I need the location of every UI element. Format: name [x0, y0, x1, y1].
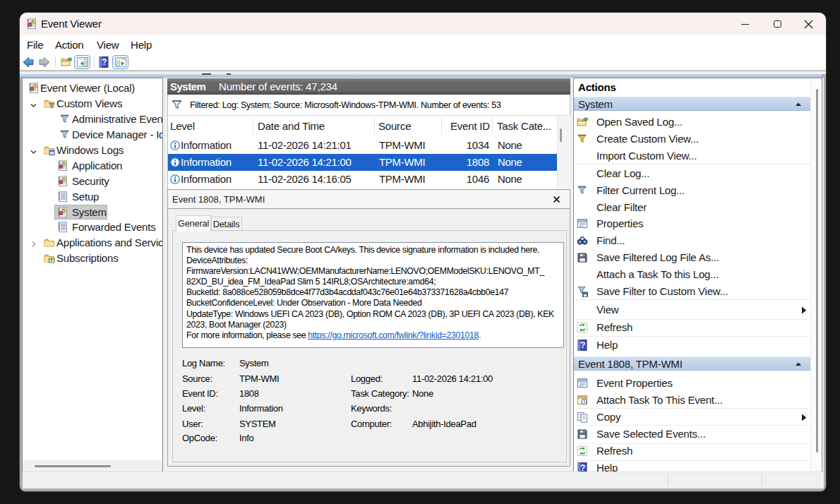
svg-text:?: ?	[102, 57, 107, 67]
svg-text:?: ?	[580, 340, 585, 350]
